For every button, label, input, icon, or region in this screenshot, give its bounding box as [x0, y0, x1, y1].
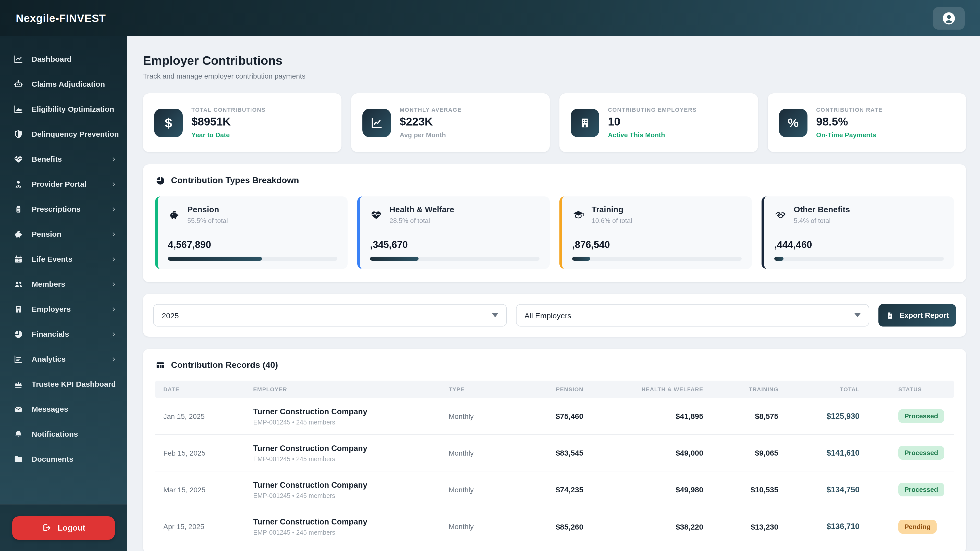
sidebar-item-label: Pension: [32, 227, 103, 240]
column-header-training: Training: [705, 386, 780, 392]
record-total: $141,610: [780, 448, 862, 457]
export-report-label: Export Report: [899, 311, 948, 319]
bell-icon: [13, 429, 24, 439]
stat-label: CONTRIBUTING EMPLOYERS: [608, 106, 697, 113]
record-training: $8,575: [705, 412, 780, 421]
piggy-bank-icon: [168, 209, 180, 221]
year-select[interactable]: 2025: [153, 304, 507, 327]
sidebar-item-provider-portal[interactable]: Provider Portal: [0, 171, 127, 197]
logout-button[interactable]: Logout: [12, 516, 115, 540]
sidebar-item-pension[interactable]: Pension: [0, 221, 127, 246]
breakdown-progress-track: [370, 257, 539, 261]
page-subtitle: Track and manage employer contribution p…: [143, 72, 966, 80]
chevron-right-icon: [111, 306, 117, 312]
record-type: Monthly: [441, 412, 531, 420]
chevron-right-icon: [111, 331, 117, 337]
sidebar-item-members[interactable]: Members: [0, 272, 127, 297]
stat-sub: Active This Month: [608, 131, 697, 139]
sidebar-item-label: Messages: [32, 403, 120, 415]
column-header-date: Date: [155, 386, 245, 392]
stat-value: $223K: [400, 115, 462, 129]
sidebar-item-analytics[interactable]: Analytics: [0, 346, 127, 372]
year-select-value: 2025: [162, 311, 179, 320]
pie-chart-icon: [13, 329, 24, 339]
column-header-status: Status: [862, 386, 954, 392]
sidebar-item-prescriptions[interactable]: Prescriptions: [0, 197, 127, 221]
breakdown-progress-track: [572, 257, 741, 261]
breakdown-name: Other Benefits: [794, 205, 850, 214]
table-row[interactable]: Apr 15, 2025 Turner Construction Company…: [155, 508, 954, 545]
employer-select-value: All Employers: [525, 311, 571, 320]
sidebar: Dashboard Claims Adjudication Eligibilit…: [0, 36, 127, 551]
record-health-welfare: $49,980: [585, 485, 705, 494]
breakdown-pct: 10.6% of total: [592, 217, 632, 224]
section-title: Contribution Types Breakdown: [171, 176, 299, 186]
status-badge: Processed: [898, 483, 944, 496]
sidebar-item-claims-adjudication[interactable]: Claims Adjudication: [0, 71, 127, 97]
stat-label: MONTHLY AVERAGE: [400, 106, 462, 113]
table-row[interactable]: Feb 15, 2025 Turner Construction Company…: [155, 435, 954, 472]
user-avatar-button[interactable]: [933, 7, 965, 29]
sidebar-item-delinquency-prevention[interactable]: Delinquency Prevention: [0, 121, 127, 146]
record-employer-name: Turner Construction Company: [253, 480, 441, 489]
chevron-right-icon: [111, 156, 117, 162]
breakdown-progress-fill: [370, 257, 418, 261]
page-title: Employer Contributions: [143, 53, 966, 68]
record-date: Apr 15, 2025: [155, 522, 245, 530]
breakdown-pct: 5.4% of total: [794, 217, 850, 224]
sidebar-item-financials[interactable]: Financials: [0, 321, 127, 346]
sidebar-item-label: Trustee KPI Dashboard: [32, 378, 120, 390]
sidebar-item-notifications[interactable]: Notifications: [0, 421, 127, 446]
chevron-right-icon: [111, 356, 117, 362]
stat-label: TOTAL CONTRIBUTIONS: [191, 106, 266, 113]
sidebar-item-employers[interactable]: Employers: [0, 297, 127, 321]
sidebar-item-label: Notifications: [32, 427, 120, 440]
breakdown-card-health-welfare: Health & Welfare 28.5% of total ,345,670: [357, 197, 550, 269]
sidebar-item-dashboard[interactable]: Dashboard: [0, 46, 127, 71]
area-chart-icon: [13, 104, 24, 114]
logout-icon: [42, 523, 52, 533]
chevron-right-icon: [111, 256, 117, 262]
sidebar-item-eligibility-optimization[interactable]: Eligibility Optimization: [0, 97, 127, 121]
stat-value: $8951K: [191, 115, 266, 129]
stat-card-contributing-employers: CONTRIBUTING EMPLOYERS 10 Active This Mo…: [559, 94, 758, 152]
crown-icon: [13, 379, 24, 389]
employer-select[interactable]: All Employers: [516, 304, 869, 327]
file-download-icon: [886, 311, 894, 320]
breakdown-name: Training: [592, 205, 632, 214]
record-total: $134,750: [780, 485, 862, 494]
status-badge: Processed: [898, 409, 944, 423]
record-total: $125,930: [780, 411, 862, 421]
record-employer-sub: EMP-001245 • 245 members: [253, 529, 441, 536]
filters-bar: 2025 All Employers Export Report: [143, 294, 966, 337]
record-health-welfare: $41,895: [585, 412, 705, 421]
sidebar-item-trustee-kpi-dashboard[interactable]: Trustee KPI Dashboard: [0, 372, 127, 396]
breakdown-progress-fill: [168, 257, 262, 261]
breakdown-progress-track: [774, 257, 944, 261]
building-icon: [571, 108, 599, 137]
record-type: Monthly: [441, 449, 531, 457]
graduation-cap-icon: [572, 209, 584, 221]
record-health-welfare: $49,000: [585, 448, 705, 457]
sidebar-item-benefits[interactable]: Benefits: [0, 146, 127, 171]
table-row[interactable]: Jan 15, 2025 Turner Construction Company…: [155, 398, 954, 435]
record-employer-name: Turner Construction Company: [253, 407, 441, 416]
folder-icon: [13, 454, 24, 464]
percent-icon: %: [779, 108, 808, 137]
stat-sub: On-Time Payments: [816, 131, 883, 139]
sidebar-item-messages[interactable]: Messages: [0, 396, 127, 421]
sidebar-item-life-events[interactable]: Life Events: [0, 246, 127, 272]
column-header-type: Type: [441, 386, 531, 392]
stat-cards-row: $ TOTAL CONTRIBUTIONS $8951K Year to Dat…: [143, 94, 966, 152]
sidebar-item-label: Claims Adjudication: [32, 78, 120, 90]
chevron-down-icon: [492, 313, 498, 318]
sidebar-item-documents[interactable]: Documents: [0, 446, 127, 472]
chevron-right-icon: [111, 206, 117, 212]
export-report-button[interactable]: Export Report: [878, 304, 956, 327]
record-employer-sub: EMP-001245 • 245 members: [253, 419, 441, 426]
chevron-right-icon: [111, 281, 117, 287]
sidebar-item-label: Prescriptions: [32, 203, 103, 215]
calendar-icon: [13, 254, 24, 264]
table-row[interactable]: Mar 15, 2025 Turner Construction Company…: [155, 472, 954, 508]
status-badge: Processed: [898, 446, 944, 460]
